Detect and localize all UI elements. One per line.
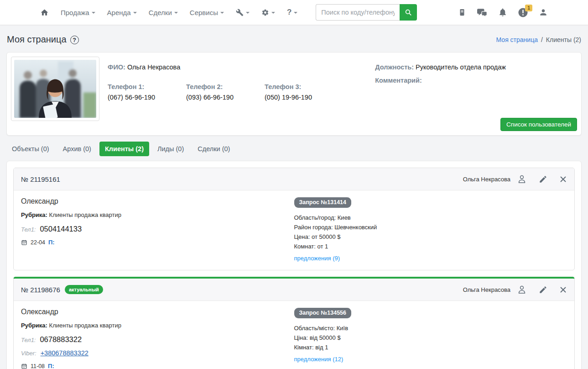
- users-list-button[interactable]: Список пользователей: [500, 118, 577, 131]
- phones-row: Телефон 1: (067) 56-96-190 Телефон 2: (0…: [108, 83, 370, 101]
- search-button[interactable]: [400, 4, 417, 21]
- settings-menu[interactable]: [261, 9, 275, 16]
- phone-1-label: Телефон 1:: [108, 83, 186, 90]
- client-1-agent-name: Ольга Некрасова: [463, 176, 510, 183]
- request-badge: Запрос №131414: [294, 197, 352, 208]
- tab-archive[interactable]: Архив (0): [57, 142, 97, 156]
- tab-deals[interactable]: Сделки (0): [192, 142, 235, 156]
- profile-button[interactable]: [539, 8, 548, 17]
- client-1-header: № 21195161 Ольга Некрасова: [14, 168, 574, 190]
- client-2-body: Олександр Рубрика: Клиенты продажа кварт…: [14, 301, 574, 369]
- client-2-offers-link[interactable]: предложения (12): [294, 356, 343, 363]
- client-1-number: № 21195161: [21, 175, 60, 183]
- phone-3: Телефон 3: (050) 19-96-190: [265, 83, 343, 101]
- nav-menu-deals[interactable]: Сделки: [149, 9, 178, 16]
- nav-menu-services-label: Сервисы: [190, 9, 218, 16]
- edit-icon[interactable]: [539, 175, 547, 184]
- client-card-1: № 21195161 Ольга Некрасова Олександр Руб…: [13, 168, 575, 270]
- page-title: Моя страница: [7, 34, 67, 45]
- search-icon: [404, 8, 412, 16]
- nav-menu-rent-label: Аренда: [107, 9, 131, 16]
- client-1-rubric: Рубрика: Клиенты продажа квартир: [21, 211, 294, 218]
- fio-label: ФИО:: [108, 63, 125, 71]
- nav-left-group: Продажа Аренда Сделки Сервисы ?: [40, 4, 417, 21]
- close-icon[interactable]: [559, 175, 567, 183]
- tools-menu[interactable]: [236, 9, 250, 16]
- profile-left-column: ФИО: Ольга Некрасова Телефон 1: (067) 56…: [108, 63, 370, 131]
- client-1-offers-link[interactable]: предложения (9): [294, 255, 340, 262]
- help-icon[interactable]: ?: [70, 36, 79, 44]
- help-menu[interactable]: ?: [287, 8, 297, 17]
- client-1-details: Олександр Рубрика: Клиенты продажа кварт…: [21, 197, 294, 262]
- close-icon[interactable]: [559, 286, 567, 294]
- home-button[interactable]: [40, 8, 49, 17]
- nav-menu-rent[interactable]: Аренда: [107, 9, 137, 16]
- client-1-header-actions: Ольга Некрасова: [463, 174, 567, 184]
- notifications-button[interactable]: [498, 7, 507, 17]
- breadcrumb-current: Клиенты (2): [546, 36, 581, 43]
- client-1-meta-row: 22-04 П:: [21, 239, 294, 246]
- fio-value: Ольга Некрасова: [127, 63, 180, 71]
- client-1-date: 22-04: [31, 239, 45, 246]
- phone-2-label: Телефон 2:: [186, 83, 265, 90]
- agent-profile-icon[interactable]: [517, 174, 527, 184]
- fio-row: ФИО: Ольга Некрасова: [108, 63, 370, 71]
- request-line: Область/город: Киев: [294, 213, 567, 222]
- question-icon: ?: [287, 8, 291, 17]
- tab-clients[interactable]: Клиенты (2): [99, 142, 149, 156]
- breadcrumb-separator: /: [541, 36, 543, 43]
- client-2-agent-name: Ольга Некрасова: [463, 286, 510, 293]
- client-1-request: Запрос №131414 Область/город: Киев Район…: [294, 197, 567, 262]
- tab-leads[interactable]: Лиды (0): [152, 142, 189, 156]
- phone-3-label: Телефон 3:: [265, 83, 343, 90]
- chevron-down-icon: [92, 12, 95, 14]
- calendar-icon: [21, 239, 27, 246]
- home-icon: [40, 8, 49, 17]
- journal-icon: [458, 8, 466, 17]
- position-value: Руководитель отдела продаж: [416, 63, 506, 71]
- client-2-name: Олександр: [21, 308, 294, 316]
- search-group: [316, 4, 417, 21]
- client-2-date: 11-08: [31, 363, 45, 369]
- client-2-viber-row: Viber: +380678883322: [21, 349, 294, 357]
- request-line: Комнат: от 1: [294, 242, 567, 251]
- comment-row: Комментарий:: [375, 77, 582, 84]
- calendar-icon: [21, 363, 27, 369]
- nav-menu-sale-label: Продажа: [61, 9, 89, 16]
- messages-button[interactable]: [477, 8, 488, 17]
- search-input[interactable]: [316, 4, 400, 21]
- breadcrumb-my-page-link[interactable]: Моя страница: [496, 36, 538, 43]
- client-2-request: Запрос №134556 Область/місто: Київ Ціна:…: [294, 308, 567, 369]
- tab-objects[interactable]: Объекты (0): [6, 142, 55, 156]
- rubric-value: Клиенты продажа квартир: [49, 211, 121, 218]
- chat-bubbles-icon: [477, 8, 488, 17]
- rubric-value: Клиенты продажа квартир: [49, 322, 121, 329]
- request-line: Кімнат: від 1: [294, 343, 567, 352]
- nav-menu-deals-label: Сделки: [149, 9, 172, 16]
- chevron-down-icon: [133, 12, 137, 14]
- client-2-viber-link[interactable]: +380678883322: [41, 349, 88, 357]
- client-2-number: № 21198676: [21, 286, 60, 294]
- client-1-name: Олександр: [21, 197, 294, 206]
- client-2-rubric: Рубрика: Клиенты продажа квартир: [21, 322, 294, 329]
- chevron-down-icon: [294, 12, 297, 14]
- journal-button[interactable]: [458, 8, 466, 17]
- page-title-wrap: Моя страница ?: [7, 34, 79, 45]
- rubric-label: Рубрика:: [21, 211, 47, 218]
- client-card-2: № 21198676 актуальный Ольга Некрасова Ол…: [13, 277, 575, 369]
- client-1-p-link[interactable]: П:: [48, 239, 55, 246]
- client-2-p-link[interactable]: П:: [48, 363, 54, 369]
- agent-profile-icon[interactable]: [517, 285, 527, 295]
- client-2-header-actions: Ольга Некрасова: [463, 285, 567, 295]
- client-2-meta-row: 11-08 П:: [21, 363, 294, 369]
- edit-icon[interactable]: [539, 285, 547, 294]
- clients-list-panel: № 21195161 Ольга Некрасова Олександр Руб…: [6, 161, 582, 369]
- nav-menu-sale[interactable]: Продажа: [61, 9, 95, 16]
- rubric-label: Рубрика:: [21, 322, 47, 329]
- phone-1: Телефон 1: (067) 56-96-190: [108, 83, 186, 101]
- notification-count-badge: 1: [525, 5, 532, 12]
- user-icon: [539, 8, 548, 17]
- comment-label: Комментарий:: [375, 77, 421, 84]
- nav-menu-services[interactable]: Сервисы: [190, 9, 224, 16]
- alerts-button[interactable]: 1: [518, 7, 528, 18]
